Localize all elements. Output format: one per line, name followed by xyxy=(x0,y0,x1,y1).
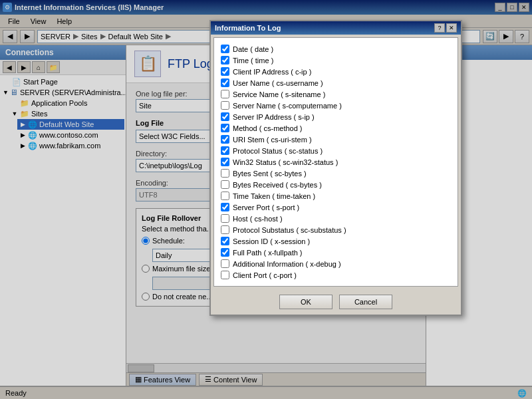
checkbox-11[interactable] xyxy=(221,169,229,178)
checkbox-label-10: Win32 Status ( sc-win32-status ) xyxy=(233,158,338,166)
modal-cancel-button[interactable]: Cancel xyxy=(339,295,392,309)
checkbox-10[interactable] xyxy=(221,158,229,166)
checkbox-0[interactable] xyxy=(221,45,229,53)
checkbox-item: Session ID ( x-session ) xyxy=(221,235,451,247)
checkbox-label-12: Bytes Received ( cs-bytes ) xyxy=(233,181,322,189)
checkbox-label-7: Method ( cs-method ) xyxy=(233,124,303,132)
checkbox-label-9: Protocol Status ( sc-status ) xyxy=(233,147,323,155)
modal-titlebar: Information To Log ? ✕ xyxy=(211,21,461,35)
checkbox-label-18: Full Path ( x-fullpath ) xyxy=(233,249,303,257)
checkbox-3[interactable] xyxy=(221,78,229,87)
checkbox-label-19: Additional Information ( x-debug ) xyxy=(233,260,341,268)
checkbox-label-0: Date ( date ) xyxy=(233,45,273,53)
information-to-log-dialog: Information To Log ? ✕ Date ( date )Time… xyxy=(209,20,462,316)
checkbox-17[interactable] xyxy=(221,237,229,245)
checkbox-9[interactable] xyxy=(221,146,229,155)
checkbox-label-11: Bytes Sent ( sc-bytes ) xyxy=(233,170,307,178)
checkbox-item: Service Name ( s-sitename ) xyxy=(221,88,451,100)
checkbox-item: Full Path ( x-fullpath ) xyxy=(221,247,451,258)
checkbox-item: Bytes Sent ( sc-bytes ) xyxy=(221,168,451,179)
checkbox-label-3: User Name ( cs-username ) xyxy=(233,79,323,87)
checkbox-label-8: URI Stem ( cs-uri-stem ) xyxy=(233,136,312,144)
checkbox-label-17: Session ID ( x-session ) xyxy=(233,237,310,245)
checkbox-label-6: Server IP Address ( s-ip ) xyxy=(233,113,315,121)
modal-checkbox-list: Date ( date )Time ( time )Client IP Addr… xyxy=(213,37,458,287)
checkbox-8[interactable] xyxy=(221,135,229,144)
checkbox-item: URI Stem ( cs-uri-stem ) xyxy=(221,134,451,145)
checkbox-18[interactable] xyxy=(221,248,229,257)
checkbox-4[interactable] xyxy=(221,90,229,98)
checkbox-label-15: Host ( cs-host ) xyxy=(233,215,283,223)
checkbox-label-2: Client IP Address ( c-ip ) xyxy=(233,68,311,76)
checkbox-13[interactable] xyxy=(221,192,229,200)
checkbox-label-16: Protocol Substatus ( sc-substatus ) xyxy=(233,226,346,234)
checkbox-item: Server Name ( s-computername ) xyxy=(221,100,451,111)
checkbox-item: Protocol Substatus ( sc-substatus ) xyxy=(221,224,451,235)
checkbox-20[interactable] xyxy=(221,271,229,279)
modal-overlay: Information To Log ? ✕ Date ( date )Time… xyxy=(0,0,532,399)
checkbox-item: Server Port ( s-port ) xyxy=(221,201,451,213)
checkbox-item: Time Taken ( time-taken ) xyxy=(221,190,451,201)
checkbox-item: Additional Information ( x-debug ) xyxy=(221,258,451,269)
checkbox-item: Win32 Status ( sc-win32-status ) xyxy=(221,156,451,168)
checkbox-label-13: Time Taken ( time-taken ) xyxy=(233,192,315,200)
checkbox-label-1: Time ( time ) xyxy=(233,57,273,65)
modal-title: Information To Log xyxy=(215,24,281,32)
checkbox-2[interactable] xyxy=(221,67,229,76)
checkbox-item: Protocol Status ( sc-status ) xyxy=(221,145,451,156)
checkbox-16[interactable] xyxy=(221,225,229,234)
checkbox-item: User Name ( cs-username ) xyxy=(221,77,451,88)
checkbox-label-20: Client Port ( c-port ) xyxy=(233,271,297,279)
checkbox-item: Client Port ( c-port ) xyxy=(221,269,451,281)
modal-footer: OK Cancel xyxy=(211,289,461,315)
checkbox-item: Method ( cs-method ) xyxy=(221,122,451,134)
checkbox-item: Server IP Address ( s-ip ) xyxy=(221,111,451,122)
checkbox-item: Date ( date ) xyxy=(221,43,451,55)
checkbox-item: Client IP Address ( c-ip ) xyxy=(221,66,451,77)
modal-help-button[interactable]: ? xyxy=(434,23,445,33)
checkbox-5[interactable] xyxy=(221,101,229,110)
modal-close-button[interactable]: ✕ xyxy=(446,23,457,33)
checkbox-19[interactable] xyxy=(221,259,229,268)
modal-ok-button[interactable]: OK xyxy=(279,295,332,309)
checkbox-15[interactable] xyxy=(221,214,229,223)
modal-title-buttons: ? ✕ xyxy=(434,23,457,33)
checkbox-6[interactable] xyxy=(221,112,229,121)
checkbox-label-4: Service Name ( s-sitename ) xyxy=(233,90,325,98)
checkbox-7[interactable] xyxy=(221,124,229,132)
checkbox-item: Time ( time ) xyxy=(221,55,451,66)
checkbox-item: Host ( cs-host ) xyxy=(221,213,451,224)
checkbox-label-5: Server Name ( s-computername ) xyxy=(233,102,342,110)
checkbox-1[interactable] xyxy=(221,56,229,65)
checkbox-12[interactable] xyxy=(221,180,229,189)
checkbox-label-14: Server Port ( s-port ) xyxy=(233,203,299,211)
checkbox-item: Bytes Received ( cs-bytes ) xyxy=(221,179,451,190)
checkbox-14[interactable] xyxy=(221,203,229,211)
